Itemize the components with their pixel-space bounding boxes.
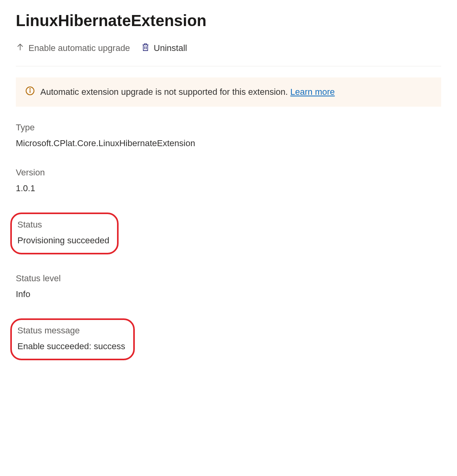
arrow-up-icon — [16, 43, 25, 54]
page-title: LinuxHibernateExtension — [16, 12, 441, 30]
field-value-status-level: Info — [16, 289, 441, 299]
field-label-status-message: Status message — [17, 325, 125, 336]
field-value-status: Provisioning succeeded — [17, 235, 109, 246]
field-value-status-message: Enable succeeded: success — [17, 341, 125, 352]
field-value-version: 1.0.1 — [16, 183, 441, 194]
highlight-status-message: Status message Enable succeeded: success — [10, 318, 135, 360]
toolbar: Enable automatic upgrade Uninstall — [16, 41, 441, 66]
field-version: Version 1.0.1 — [16, 167, 441, 194]
learn-more-link[interactable]: Learn more — [290, 87, 335, 97]
svg-point-5 — [30, 88, 30, 89]
field-label-status: Status — [17, 220, 109, 230]
field-label-type: Type — [16, 122, 441, 133]
highlight-status: Status Provisioning succeeded — [10, 213, 119, 254]
enable-auto-upgrade-button[interactable]: Enable automatic upgrade — [16, 42, 130, 55]
info-banner-message: Automatic extension upgrade is not suppo… — [40, 87, 288, 97]
field-value-type: Microsoft.CPlat.Core.LinuxHibernateExten… — [16, 138, 441, 149]
uninstall-label: Uninstall — [154, 43, 187, 53]
info-icon — [25, 86, 35, 98]
info-banner-text: Automatic extension upgrade is not suppo… — [40, 87, 335, 97]
enable-auto-upgrade-label: Enable automatic upgrade — [28, 43, 130, 53]
info-banner: Automatic extension upgrade is not suppo… — [16, 77, 441, 107]
field-label-version: Version — [16, 167, 441, 178]
field-status-level: Status level Info — [16, 273, 441, 299]
uninstall-button[interactable]: Uninstall — [141, 41, 187, 55]
field-type: Type Microsoft.CPlat.Core.LinuxHibernate… — [16, 122, 441, 149]
field-label-status-level: Status level — [16, 273, 441, 284]
trash-icon — [141, 42, 150, 54]
